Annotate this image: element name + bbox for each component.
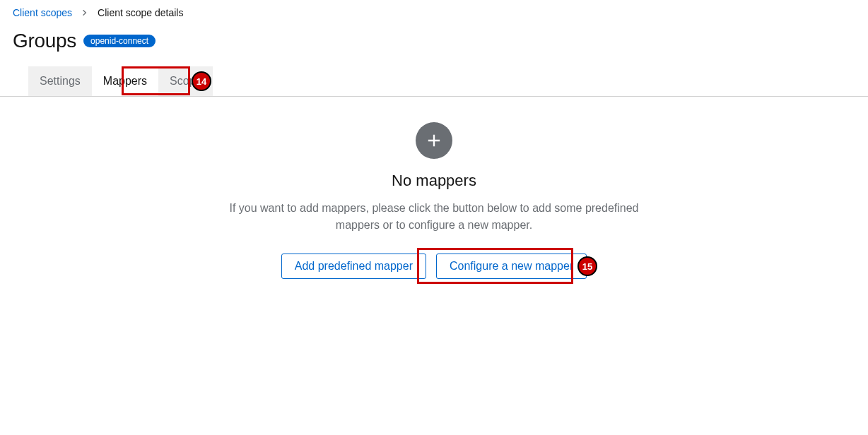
tab-mappers[interactable]: Mappers	[92, 66, 158, 96]
breadcrumb-client-scopes[interactable]: Client scopes	[13, 7, 72, 18]
page-title: Groups	[13, 30, 76, 52]
empty-body: If you want to add mappers, please click…	[215, 200, 653, 234]
breadcrumb: Client scopes Client scope details	[0, 0, 868, 18]
tabs: Settings Mappers Scope 14	[28, 66, 868, 96]
configure-new-mapper-button[interactable]: Configure a new mapper	[436, 254, 587, 279]
empty-heading: No mappers	[215, 172, 653, 190]
step-marker: 15	[577, 256, 597, 276]
add-predefined-mapper-button[interactable]: Add predefined mapper	[281, 254, 426, 279]
tab-settings[interactable]: Settings	[28, 66, 92, 96]
breadcrumb-current: Client scope details	[98, 7, 183, 18]
chevron-right-icon	[82, 8, 88, 18]
protocol-badge: openid-connect	[83, 35, 156, 47]
empty-state: No mappers If you want to add mappers, p…	[215, 122, 653, 279]
page-header: Groups openid-connect	[0, 18, 868, 66]
plus-icon	[416, 122, 452, 159]
step-marker: 14	[192, 71, 211, 91]
empty-actions: Add predefined mapper Configure a new ma…	[215, 254, 653, 279]
